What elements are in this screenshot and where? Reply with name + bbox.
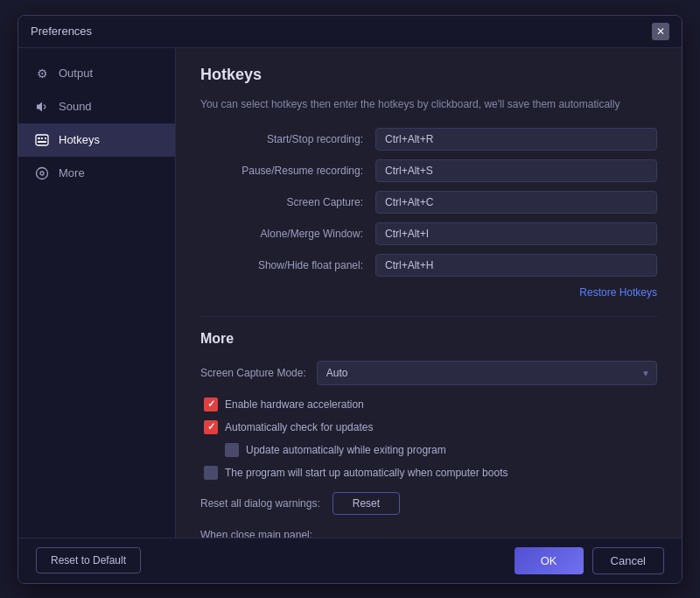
- hotkey-row-screen-capture: Screen Capture:: [200, 191, 657, 214]
- hotkey-row-pause-resume: Pause/Resume recording:: [200, 159, 657, 182]
- capture-mode-row: Screen Capture Mode: Auto GDI DXGI ▼: [200, 361, 657, 385]
- hotkeys-section-title: Hotkeys: [200, 66, 657, 84]
- hotkey-row-alone-merge: Alone/Merge Window:: [200, 222, 657, 245]
- output-icon: ⚙: [34, 66, 50, 81]
- close-panel-label: When close main panel:: [200, 529, 657, 538]
- hotkey-label-pause-resume: Pause/Resume recording:: [200, 165, 375, 177]
- checkmark-icon-2: ✓: [207, 421, 215, 433]
- restore-hotkeys-link[interactable]: Restore Hotkeys: [579, 286, 657, 299]
- hotkey-input-screen-capture[interactable]: [375, 191, 657, 214]
- sidebar-item-label-output: Output: [59, 67, 93, 80]
- svg-point-6: [40, 172, 44, 175]
- sidebar-item-output[interactable]: ⚙ Output: [18, 57, 175, 90]
- sidebar: ⚙ Output Sound: [18, 48, 176, 538]
- preferences-dialog: Preferences ✕ ⚙ Output Sound: [18, 15, 682, 584]
- checkbox-row-auto-start: The program will start up automatically …: [200, 466, 657, 480]
- dialog-title: Preferences: [31, 25, 92, 38]
- checkmark-icon: ✓: [207, 398, 215, 410]
- checkbox-row-hw-accel: ✓ Enable hardware acceleration: [200, 397, 657, 412]
- restore-link-container: Restore Hotkeys: [200, 285, 657, 299]
- sidebar-item-hotkeys[interactable]: Hotkeys: [18, 123, 175, 157]
- dialog-footer: Reset to Default OK Cancel: [18, 538, 682, 583]
- more-icon: [34, 165, 50, 181]
- checkbox-row-auto-update: ✓ Automatically check for updates: [200, 420, 657, 434]
- reset-dialog-warnings-button[interactable]: Reset: [332, 492, 400, 515]
- checkbox-auto-update[interactable]: ✓: [204, 420, 218, 434]
- hotkey-label-show-hide: Show/Hide float panel:: [200, 259, 375, 271]
- reset-label: Reset all dialog warnings:: [200, 497, 320, 510]
- hotkey-label-start-stop: Start/Stop recording:: [200, 133, 375, 145]
- cancel-button[interactable]: Cancel: [592, 547, 664, 574]
- checkbox-label-update-exit: Update automatically while exiting progr…: [246, 444, 446, 456]
- capture-mode-label: Screen Capture Mode:: [200, 367, 306, 379]
- more-section-title: More: [200, 316, 657, 347]
- ok-button[interactable]: OK: [514, 547, 584, 574]
- checkbox-update-exit[interactable]: [225, 443, 239, 457]
- hotkey-input-start-stop[interactable]: [375, 128, 657, 151]
- hotkey-row-start-stop: Start/Stop recording:: [200, 128, 657, 151]
- svg-rect-3: [45, 137, 46, 139]
- main-content: Hotkeys You can select hotkeys then ente…: [176, 48, 682, 538]
- capture-mode-select-wrapper: Auto GDI DXGI ▼: [317, 361, 657, 385]
- sound-icon: [34, 99, 50, 115]
- reset-row: Reset all dialog warnings: Reset: [200, 492, 657, 515]
- sidebar-item-label-hotkeys: Hotkeys: [59, 133, 100, 146]
- hotkey-row-show-hide: Show/Hide float panel:: [200, 254, 657, 277]
- hotkey-input-show-hide[interactable]: [375, 254, 657, 277]
- svg-point-5: [37, 167, 48, 179]
- sidebar-item-more[interactable]: More: [18, 157, 175, 190]
- checkbox-label-hw-accel: Enable hardware acceleration: [225, 398, 364, 411]
- hotkey-label-alone-merge: Alone/Merge Window:: [200, 228, 375, 240]
- checkbox-hw-accel[interactable]: ✓: [204, 397, 218, 412]
- svg-rect-2: [41, 137, 43, 139]
- svg-rect-1: [38, 137, 40, 139]
- svg-rect-0: [36, 135, 48, 145]
- sidebar-item-label-sound: Sound: [59, 100, 92, 113]
- close-button[interactable]: ✕: [652, 23, 669, 40]
- hotkeys-icon: [34, 132, 50, 148]
- hotkeys-description: You can select hotkeys then enter the ho…: [200, 96, 657, 112]
- svg-rect-4: [38, 141, 46, 143]
- hotkey-input-alone-merge[interactable]: [375, 222, 657, 245]
- sidebar-item-label-more: More: [59, 166, 85, 179]
- capture-mode-select[interactable]: Auto GDI DXGI: [317, 361, 657, 385]
- checkbox-label-auto-update: Automatically check for updates: [225, 421, 373, 433]
- dialog-body: ⚙ Output Sound: [18, 48, 682, 538]
- sidebar-item-sound[interactable]: Sound: [18, 90, 175, 123]
- title-bar: Preferences ✕: [18, 16, 682, 48]
- footer-right: OK Cancel: [514, 547, 664, 574]
- reset-to-default-button[interactable]: Reset to Default: [36, 547, 141, 573]
- checkbox-label-auto-start: The program will start up automatically …: [225, 467, 508, 479]
- checkbox-auto-start[interactable]: [204, 466, 218, 480]
- checkbox-row-update-exit: Update automatically while exiting progr…: [200, 443, 657, 457]
- hotkey-input-pause-resume[interactable]: [375, 159, 657, 182]
- hotkey-label-screen-capture: Screen Capture:: [200, 196, 375, 208]
